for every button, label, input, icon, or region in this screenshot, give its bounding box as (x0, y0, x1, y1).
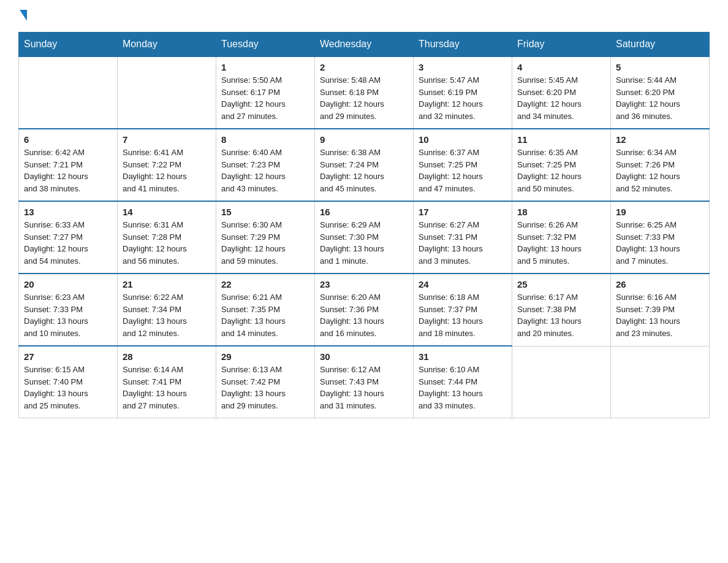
day-info: Sunrise: 6:13 AM Sunset: 7:42 PM Dayligh… (221, 364, 309, 412)
day-cell: 1Sunrise: 5:50 AM Sunset: 6:17 PM Daylig… (216, 56, 315, 129)
calendar-body: 1Sunrise: 5:50 AM Sunset: 6:17 PM Daylig… (19, 56, 710, 418)
day-info: Sunrise: 6:23 AM Sunset: 7:33 PM Dayligh… (24, 291, 112, 339)
header-cell-friday: Friday (512, 33, 611, 57)
day-info: Sunrise: 6:25 AM Sunset: 7:33 PM Dayligh… (616, 219, 704, 267)
day-number: 2 (320, 62, 408, 72)
week-row-4: 27Sunrise: 6:15 AM Sunset: 7:40 PM Dayli… (19, 346, 710, 418)
day-cell: 3Sunrise: 5:47 AM Sunset: 6:19 PM Daylig… (414, 56, 512, 129)
day-number: 28 (123, 351, 211, 362)
day-info: Sunrise: 6:42 AM Sunset: 7:21 PM Dayligh… (24, 147, 112, 194)
day-cell: 15Sunrise: 6:30 AM Sunset: 7:29 PM Dayli… (216, 201, 315, 274)
day-cell: 30Sunrise: 6:12 AM Sunset: 7:43 PM Dayli… (315, 346, 414, 418)
day-cell: 25Sunrise: 6:17 AM Sunset: 7:38 PM Dayli… (512, 274, 611, 346)
logo-triangle-icon (20, 10, 27, 21)
header-cell-saturday: Saturday (611, 33, 710, 57)
day-cell: 13Sunrise: 6:33 AM Sunset: 7:27 PM Dayli… (19, 201, 118, 274)
day-info: Sunrise: 6:14 AM Sunset: 7:41 PM Dayligh… (123, 364, 211, 412)
header-cell-thursday: Thursday (414, 33, 512, 57)
header-cell-sunday: Sunday (19, 33, 118, 57)
day-info: Sunrise: 6:33 AM Sunset: 7:27 PM Dayligh… (24, 219, 112, 267)
day-info: Sunrise: 6:20 AM Sunset: 7:36 PM Dayligh… (320, 291, 408, 339)
day-info: Sunrise: 6:37 AM Sunset: 7:25 PM Dayligh… (419, 147, 507, 194)
calendar-table: SundayMondayTuesdayWednesdayThursdayFrid… (18, 32, 710, 418)
day-number: 29 (221, 351, 309, 362)
day-number: 14 (123, 207, 211, 217)
day-number: 22 (221, 279, 309, 289)
day-info: Sunrise: 6:31 AM Sunset: 7:28 PM Dayligh… (123, 219, 211, 267)
day-cell (611, 346, 710, 418)
day-info: Sunrise: 6:12 AM Sunset: 7:43 PM Dayligh… (320, 364, 408, 412)
day-info: Sunrise: 6:29 AM Sunset: 7:30 PM Dayligh… (320, 219, 408, 267)
day-cell: 9Sunrise: 6:38 AM Sunset: 7:24 PM Daylig… (315, 129, 414, 201)
day-info: Sunrise: 6:22 AM Sunset: 7:34 PM Dayligh… (123, 291, 211, 339)
day-info: Sunrise: 6:18 AM Sunset: 7:37 PM Dayligh… (419, 291, 507, 339)
day-info: Sunrise: 5:48 AM Sunset: 6:18 PM Dayligh… (320, 74, 408, 122)
day-info: Sunrise: 6:30 AM Sunset: 7:29 PM Dayligh… (221, 219, 309, 267)
day-info: Sunrise: 6:15 AM Sunset: 7:40 PM Dayligh… (24, 364, 112, 412)
day-number: 24 (419, 279, 507, 289)
day-number: 9 (320, 134, 408, 145)
day-info: Sunrise: 6:41 AM Sunset: 7:22 PM Dayligh… (123, 147, 211, 194)
day-cell: 7Sunrise: 6:41 AM Sunset: 7:22 PM Daylig… (118, 129, 216, 201)
header-cell-monday: Monday (118, 33, 216, 57)
day-cell: 28Sunrise: 6:14 AM Sunset: 7:41 PM Dayli… (118, 346, 216, 418)
day-cell: 6Sunrise: 6:42 AM Sunset: 7:21 PM Daylig… (19, 129, 118, 201)
day-number: 30 (320, 351, 408, 362)
day-number: 16 (320, 207, 408, 217)
week-row-1: 6Sunrise: 6:42 AM Sunset: 7:21 PM Daylig… (19, 129, 710, 201)
day-cell: 14Sunrise: 6:31 AM Sunset: 7:28 PM Dayli… (118, 201, 216, 274)
day-cell: 31Sunrise: 6:10 AM Sunset: 7:44 PM Dayli… (414, 346, 512, 418)
day-cell: 21Sunrise: 6:22 AM Sunset: 7:34 PM Dayli… (118, 274, 216, 346)
day-cell (118, 56, 216, 129)
logo-blue-part (18, 12, 27, 21)
day-number: 17 (419, 207, 507, 217)
day-info: Sunrise: 5:45 AM Sunset: 6:20 PM Dayligh… (517, 74, 605, 122)
day-number: 31 (419, 351, 507, 362)
day-number: 8 (221, 134, 309, 145)
day-cell: 22Sunrise: 6:21 AM Sunset: 7:35 PM Dayli… (216, 274, 315, 346)
day-number: 12 (616, 134, 704, 145)
day-number: 26 (616, 279, 704, 289)
day-number: 6 (24, 134, 112, 145)
day-info: Sunrise: 6:26 AM Sunset: 7:32 PM Dayligh… (517, 219, 605, 267)
day-info: Sunrise: 6:38 AM Sunset: 7:24 PM Dayligh… (320, 147, 408, 194)
day-info: Sunrise: 6:21 AM Sunset: 7:35 PM Dayligh… (221, 291, 309, 339)
day-info: Sunrise: 5:50 AM Sunset: 6:17 PM Dayligh… (221, 74, 309, 122)
day-cell: 23Sunrise: 6:20 AM Sunset: 7:36 PM Dayli… (315, 274, 414, 346)
day-number: 11 (517, 134, 605, 145)
day-number: 20 (24, 279, 112, 289)
day-info: Sunrise: 6:16 AM Sunset: 7:39 PM Dayligh… (616, 291, 704, 339)
day-cell: 18Sunrise: 6:26 AM Sunset: 7:32 PM Dayli… (512, 201, 611, 274)
day-number: 7 (123, 134, 211, 145)
day-cell: 11Sunrise: 6:35 AM Sunset: 7:25 PM Dayli… (512, 129, 611, 201)
day-number: 1 (221, 62, 309, 72)
day-info: Sunrise: 6:10 AM Sunset: 7:44 PM Dayligh… (419, 364, 507, 412)
day-cell: 12Sunrise: 6:34 AM Sunset: 7:26 PM Dayli… (611, 129, 710, 201)
day-info: Sunrise: 6:17 AM Sunset: 7:38 PM Dayligh… (517, 291, 605, 339)
page-header (18, 12, 710, 21)
day-number: 4 (517, 62, 605, 72)
day-number: 19 (616, 207, 704, 217)
day-info: Sunrise: 5:44 AM Sunset: 6:20 PM Dayligh… (616, 74, 704, 122)
day-cell: 2Sunrise: 5:48 AM Sunset: 6:18 PM Daylig… (315, 56, 414, 129)
day-cell: 4Sunrise: 5:45 AM Sunset: 6:20 PM Daylig… (512, 56, 611, 129)
day-cell: 16Sunrise: 6:29 AM Sunset: 7:30 PM Dayli… (315, 201, 414, 274)
day-cell (512, 346, 611, 418)
day-info: Sunrise: 6:34 AM Sunset: 7:26 PM Dayligh… (616, 147, 704, 194)
header-cell-wednesday: Wednesday (315, 33, 414, 57)
day-cell: 10Sunrise: 6:37 AM Sunset: 7:25 PM Dayli… (414, 129, 512, 201)
day-info: Sunrise: 6:35 AM Sunset: 7:25 PM Dayligh… (517, 147, 605, 194)
day-info: Sunrise: 6:40 AM Sunset: 7:23 PM Dayligh… (221, 147, 309, 194)
day-cell: 24Sunrise: 6:18 AM Sunset: 7:37 PM Dayli… (414, 274, 512, 346)
day-number: 27 (24, 351, 112, 362)
day-info: Sunrise: 5:47 AM Sunset: 6:19 PM Dayligh… (419, 74, 507, 122)
day-cell: 29Sunrise: 6:13 AM Sunset: 7:42 PM Dayli… (216, 346, 315, 418)
day-number: 23 (320, 279, 408, 289)
day-number: 25 (517, 279, 605, 289)
day-number: 3 (419, 62, 507, 72)
week-row-3: 20Sunrise: 6:23 AM Sunset: 7:33 PM Dayli… (19, 274, 710, 346)
day-number: 10 (419, 134, 507, 145)
calendar-header: SundayMondayTuesdayWednesdayThursdayFrid… (19, 33, 710, 57)
day-number: 13 (24, 207, 112, 217)
day-number: 5 (616, 62, 704, 72)
